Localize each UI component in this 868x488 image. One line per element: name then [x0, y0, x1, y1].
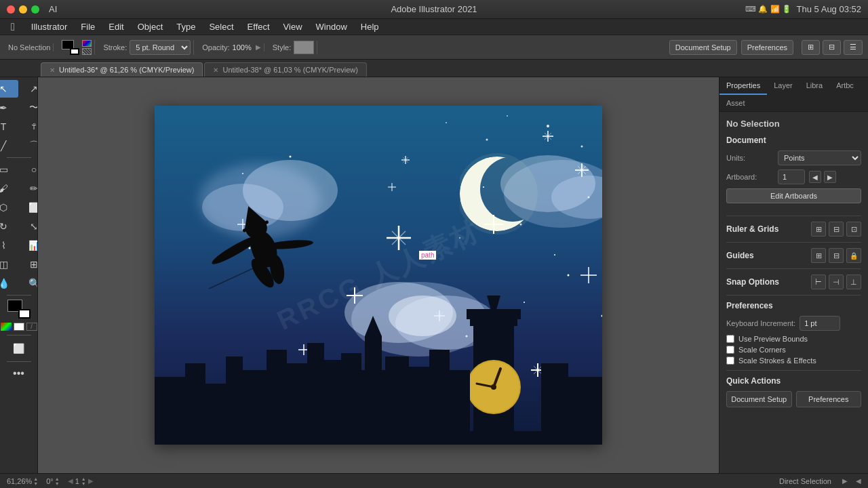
touch-type-tool[interactable]: T̈ — [19, 118, 38, 136]
color-widget[interactable] — [7, 300, 31, 319]
white-mode-btn[interactable] — [14, 323, 24, 331]
selection-tool[interactable]: ↖ — [0, 80, 18, 98]
color-mode-btn[interactable] — [1, 323, 12, 331]
svg-point-14 — [601, 315, 603, 317]
svg-point-3 — [581, 146, 583, 148]
panel-menu-button[interactable]: ☰ — [844, 40, 863, 55]
zoom-control[interactable]: 61,26% ▲ ▼ — [7, 476, 38, 486]
tab-close-1[interactable]: ✕ — [213, 66, 218, 74]
menu-type[interactable]: Type — [171, 20, 201, 33]
panel-tab-properties[interactable]: Properties — [719, 77, 767, 95]
minimize-button[interactable] — [19, 5, 27, 14]
menu-effect[interactable]: Effect — [242, 20, 275, 33]
menu-edit[interactable]: Edit — [103, 20, 129, 33]
zoom-arrows[interactable]: ▲ ▼ — [33, 476, 38, 486]
status-arrow-left[interactable]: ◀ — [856, 477, 861, 485]
style-preview[interactable] — [294, 41, 314, 54]
panel-tab-layer[interactable]: Layer — [767, 77, 800, 95]
gradient-icon[interactable] — [82, 40, 92, 47]
nav-right-icon[interactable]: ▶ — [88, 477, 94, 485]
menu-object[interactable]: Object — [132, 20, 169, 33]
tab-close-0[interactable]: ✕ — [50, 66, 55, 74]
graph-tool[interactable]: 📊 — [19, 237, 38, 254]
pencil-tool[interactable]: ✏ — [19, 180, 38, 197]
gradient-tool[interactable]: ◫ — [0, 256, 18, 273]
quick-preferences-button[interactable]: Preferences — [796, 391, 862, 407]
rotate-tool[interactable]: ↻ — [0, 218, 18, 235]
canvas-area[interactable]: ✕ path RRCG 人人素材 — [38, 77, 719, 473]
stroke-select[interactable]: 5 pt. Round — [130, 40, 191, 55]
maximize-button[interactable] — [31, 5, 39, 14]
curvature-tool[interactable]: 〜 — [19, 99, 38, 117]
paintbrush-tool[interactable]: 🖌 — [0, 180, 18, 197]
tab-0[interactable]: ✕ Untitled-36* @ 61,26 % (CMYK/Preview) — [41, 62, 203, 77]
stroke-swatch[interactable] — [18, 309, 31, 319]
eyedropper-tool[interactable]: 💧 — [0, 274, 18, 292]
artboard-prev-btn[interactable]: ◀ — [809, 171, 821, 183]
zoom-tool[interactable]: 🔍 — [19, 274, 38, 292]
ruler-btn-2[interactable]: ⊟ — [829, 222, 844, 237]
arc-tool[interactable]: ⌒ — [19, 137, 38, 155]
guide-btn-3[interactable]: 🔒 — [846, 248, 861, 263]
direct-select-tool[interactable]: ↗ — [19, 80, 38, 98]
guide-btn-2[interactable]: ⊟ — [829, 248, 844, 263]
units-select[interactable]: Points Pixels Inches Millimeters — [778, 150, 861, 165]
close-button[interactable] — [7, 5, 15, 14]
none-icon[interactable] — [82, 48, 92, 55]
svg-point-15 — [524, 302, 525, 303]
preferences-button[interactable]: Preferences — [741, 40, 793, 55]
scale-tool[interactable]: ⤡ — [19, 218, 38, 235]
svg-rect-86 — [185, 363, 205, 445]
panel-tab-libraries[interactable]: Libra — [800, 77, 829, 95]
svg-point-19 — [405, 359, 406, 361]
menu-help[interactable]: Help — [355, 20, 384, 33]
pen-tool[interactable]: ✒ — [0, 99, 18, 117]
line-tool[interactable]: ╱ — [0, 137, 18, 155]
panel-tab-assets[interactable]: Asset — [719, 95, 752, 111]
svg-line-35 — [578, 166, 586, 174]
menu-select[interactable]: Select — [203, 20, 239, 33]
panel-tab-artboards[interactable]: Artbc — [829, 77, 861, 95]
rect-tool[interactable]: ▭ — [0, 161, 18, 178]
artboard-input[interactable] — [778, 169, 805, 184]
artboard-arrows[interactable]: ▲ ▼ — [81, 476, 86, 486]
eraser-tool[interactable]: ⬜ — [19, 199, 38, 216]
snap-btn-2[interactable]: ⊣ — [829, 274, 844, 289]
menu-illustrator[interactable]: Illustrator — [26, 20, 73, 33]
menu-file[interactable]: File — [75, 20, 100, 33]
status-arrow-right[interactable]: ▶ — [842, 477, 848, 485]
keyboard-increment-input[interactable] — [800, 316, 840, 331]
warp-tool[interactable]: ⌇ — [0, 237, 18, 254]
ruler-btn-1[interactable]: ⊞ — [811, 222, 826, 237]
shaper-tool[interactable]: ⬡ — [0, 199, 18, 216]
new-window-button[interactable]: ⊟ — [823, 40, 841, 55]
scale-strokes-checkbox[interactable] — [726, 357, 734, 365]
document-setup-button[interactable]: Document Setup — [669, 40, 737, 55]
menu-window[interactable]: Window — [311, 20, 353, 33]
ellipse-tool[interactable]: ○ — [19, 161, 38, 178]
artboard-next-btn[interactable]: ▶ — [824, 171, 836, 183]
menu-view[interactable]: View — [278, 20, 308, 33]
edit-artboards-button[interactable]: Edit Artboards — [726, 188, 861, 203]
arrange-docs-button[interactable]: ⊞ — [802, 40, 820, 55]
quick-document-setup-button[interactable]: Document Setup — [726, 391, 792, 407]
snap-btn-3[interactable]: ⊥ — [846, 274, 861, 289]
tab-1[interactable]: ✕ Untitled-38* @ 61,03 % (CMYK/Preview) — [204, 62, 366, 77]
scale-corners-checkbox[interactable] — [726, 346, 734, 354]
artboard-mode-btn[interactable]: ⬜ — [5, 340, 33, 357]
none-mode-btn[interactable]: / — [26, 323, 37, 331]
fill-stroke-widget[interactable] — [62, 40, 79, 55]
ruler-btn-3[interactable]: ⊡ — [846, 222, 861, 237]
type-tool[interactable]: T — [0, 118, 18, 136]
more-tools-btn[interactable]: ••• — [4, 365, 34, 382]
apple-menu[interactable]:  — [5, 20, 20, 35]
guide-btn-1[interactable]: ⊞ — [811, 248, 826, 263]
snap-btn-1[interactable]: ⊢ — [811, 274, 826, 289]
nav-left-icon[interactable]: ◀ — [68, 477, 73, 485]
rotation-arrows[interactable]: ▲ ▼ — [55, 476, 60, 486]
stroke-color[interactable] — [70, 48, 79, 55]
artboard[interactable]: ✕ path RRCG 人人素材 — [155, 106, 602, 445]
divider-3 — [7, 335, 31, 336]
mesh-tool[interactable]: ⊞ — [19, 256, 38, 273]
use-preview-bounds-checkbox[interactable] — [726, 335, 734, 343]
